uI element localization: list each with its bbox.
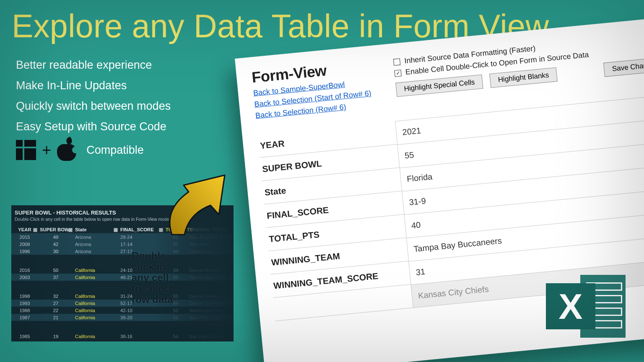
table-subtitle: Double-Click in any cell in the table be… <box>11 217 234 226</box>
table-row[interactable]: 199327California52-1769Dallas Cowboys <box>11 300 234 307</box>
bullet-item: Easy Setup with Source Code <box>16 120 171 133</box>
table-row[interactable]: 198721California39-2059New York Giant <box>11 314 234 321</box>
highlight-blanks-button[interactable]: Highlight Blanks <box>489 67 557 88</box>
compat-label: Compatible <box>86 144 144 157</box>
excel-icon: X <box>546 268 626 344</box>
table-row[interactable]: 199630Arizona27-1744Dallas Cow <box>11 248 234 255</box>
save-changes-button[interactable]: Save Changes <box>603 57 644 77</box>
bullet-list: Better readable experience Make In-Line … <box>16 59 171 141</box>
filter-dropdown-icon[interactable] <box>33 228 37 232</box>
table-row[interactable]: 198822California42-1052Washington Res <box>11 307 234 314</box>
filter-dropdown-icon[interactable] <box>114 228 118 232</box>
table-title: SUPER BOWL - HISTORICAL RESULTS <box>11 205 234 217</box>
table-row[interactable]: 199832California31-2455Denver Bronco <box>11 292 234 300</box>
table-row[interactable]: 198519California38-1654San Francisco 4 <box>11 333 234 340</box>
bullet-item: Make In-Line Updates <box>16 79 171 92</box>
filter-dropdown-icon[interactable] <box>159 228 163 232</box>
highlight-special-button[interactable]: Highlight Special Cells <box>395 75 483 97</box>
table-header-row: YEAR SUPER BOWL State FINAL_SCORE TOTAL_… <box>11 226 234 233</box>
table-row[interactable]: 201650California24-1034Denver Bronco <box>11 266 234 274</box>
filter-dropdown-icon[interactable] <box>68 228 73 232</box>
apple-icon <box>57 138 76 162</box>
compat-row: + Compatible <box>16 138 144 162</box>
table-row[interactable]: 201549Arizona28-2452New England <box>11 233 234 240</box>
bullet-item: Quickly switch between modes <box>16 100 171 113</box>
table-row[interactable]: 200337California48-2169Tampa Bay Buc <box>11 274 234 281</box>
windows-icon <box>16 140 36 160</box>
plus-icon: + <box>42 141 51 159</box>
bullet-item: Better readable experience <box>16 59 171 72</box>
table-row[interactable]: 200842Arizona17-1431New York <box>11 240 234 248</box>
sample-data-table[interactable]: SUPER BOWL - HISTORICAL RESULTS Double-C… <box>11 205 234 341</box>
